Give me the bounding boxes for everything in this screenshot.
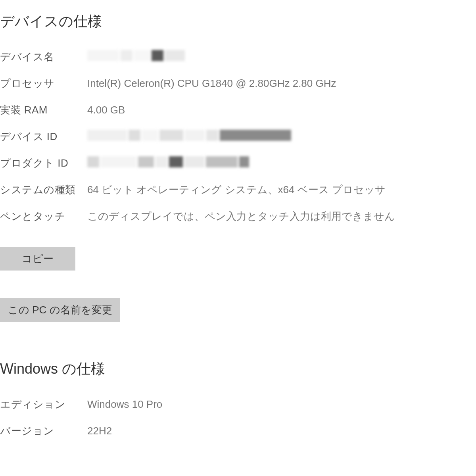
row-device-id: デバイス ID (0, 129, 476, 144)
label-device-name: デバイス名 (0, 49, 87, 65)
row-edition: エディション Windows 10 Pro (0, 397, 476, 412)
row-product-id: プロダクト ID (0, 155, 476, 171)
label-processor: プロセッサ (0, 76, 87, 91)
copy-button[interactable]: コピー (0, 247, 75, 271)
redacted-device-name (87, 49, 476, 62)
value-device-name (87, 49, 476, 62)
value-product-id (87, 155, 476, 168)
label-ram: 実装 RAM (0, 102, 87, 118)
device-spec-heading: デバイスの仕様 (0, 12, 476, 31)
label-edition: エディション (0, 397, 87, 412)
redacted-product-id (87, 155, 476, 168)
rename-pc-button[interactable]: この PC の名前を変更 (0, 298, 120, 322)
value-processor: Intel(R) Celeron(R) CPU G1840 @ 2.80GHz … (87, 76, 476, 91)
label-version: バージョン (0, 423, 87, 439)
value-version: 22H2 (87, 423, 476, 439)
value-pen-touch: このディスプレイでは、ペン入力とタッチ入力は利用できません (87, 209, 476, 224)
row-device-name: デバイス名 (0, 49, 476, 65)
row-ram: 実装 RAM 4.00 GB (0, 102, 476, 118)
value-system-type: 64 ビット オペレーティング システム、x64 ベース プロセッサ (87, 182, 476, 198)
windows-spec-heading: Windows の仕様 (0, 359, 476, 379)
redacted-device-id (87, 129, 476, 142)
value-device-id (87, 129, 476, 142)
label-pen-touch: ペンとタッチ (0, 209, 87, 224)
row-processor: プロセッサ Intel(R) Celeron(R) CPU G1840 @ 2.… (0, 76, 476, 91)
row-version: バージョン 22H2 (0, 423, 476, 439)
value-ram: 4.00 GB (87, 102, 476, 118)
value-edition: Windows 10 Pro (87, 397, 476, 412)
row-system-type: システムの種類 64 ビット オペレーティング システム、x64 ベース プロセ… (0, 182, 476, 198)
label-device-id: デバイス ID (0, 129, 87, 144)
label-system-type: システムの種類 (0, 182, 87, 198)
row-pen-touch: ペンとタッチ このディスプレイでは、ペン入力とタッチ入力は利用できません (0, 209, 476, 224)
label-product-id: プロダクト ID (0, 155, 87, 171)
